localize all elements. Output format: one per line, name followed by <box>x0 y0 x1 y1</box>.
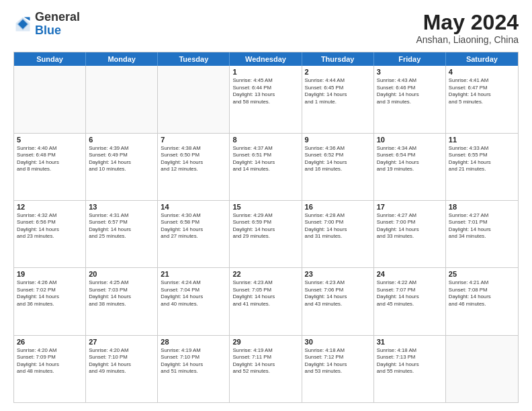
day-info: Sunrise: 4:20 AM Sunset: 7:10 PM Dayligh… <box>89 347 154 375</box>
header-day-tuesday: Tuesday <box>158 52 230 66</box>
day-info: Sunrise: 4:23 AM Sunset: 7:06 PM Dayligh… <box>305 279 371 308</box>
day-info: Sunrise: 4:38 AM Sunset: 6:50 PM Dayligh… <box>161 145 226 173</box>
calendar-cell: 11Sunrise: 4:33 AM Sunset: 6:55 PM Dayli… <box>446 134 518 200</box>
calendar-cell: 19Sunrise: 4:26 AM Sunset: 7:02 PM Dayli… <box>14 268 86 334</box>
day-number: 13 <box>89 203 154 211</box>
calendar: SundayMondayTuesdayWednesdayThursdayFrid… <box>13 52 519 403</box>
calendar-cell: 7Sunrise: 4:38 AM Sunset: 6:50 PM Daylig… <box>158 134 230 200</box>
header-day-sunday: Sunday <box>14 52 86 66</box>
logo-icon <box>13 15 32 34</box>
logo-blue: Blue <box>35 24 61 37</box>
header-day-wednesday: Wednesday <box>230 52 302 66</box>
calendar-cell: 15Sunrise: 4:29 AM Sunset: 6:59 PM Dayli… <box>230 201 302 267</box>
day-info: Sunrise: 4:29 AM Sunset: 6:59 PM Dayligh… <box>232 212 298 240</box>
calendar-cell <box>446 336 518 402</box>
day-number: 6 <box>89 136 154 144</box>
location-subtitle: Anshan, Liaoning, China <box>416 34 519 45</box>
day-number: 15 <box>232 203 298 211</box>
day-number: 11 <box>449 136 515 144</box>
day-number: 1 <box>232 68 298 76</box>
day-number: 17 <box>377 203 443 211</box>
calendar-cell: 4Sunrise: 4:41 AM Sunset: 6:47 PM Daylig… <box>446 66 518 132</box>
day-info: Sunrise: 4:36 AM Sunset: 6:52 PM Dayligh… <box>305 145 371 173</box>
day-info: Sunrise: 4:21 AM Sunset: 7:08 PM Dayligh… <box>449 279 515 308</box>
day-number: 25 <box>449 270 515 278</box>
calendar-cell: 23Sunrise: 4:23 AM Sunset: 7:06 PM Dayli… <box>302 268 374 334</box>
day-number: 8 <box>232 136 298 144</box>
day-info: Sunrise: 4:40 AM Sunset: 6:48 PM Dayligh… <box>17 145 83 173</box>
day-info: Sunrise: 4:22 AM Sunset: 7:07 PM Dayligh… <box>377 279 443 308</box>
calendar-cell: 5Sunrise: 4:40 AM Sunset: 6:48 PM Daylig… <box>14 134 86 200</box>
day-info: Sunrise: 4:31 AM Sunset: 6:57 PM Dayligh… <box>89 212 154 240</box>
logo-text: General Blue <box>35 11 80 38</box>
calendar-cell: 20Sunrise: 4:25 AM Sunset: 7:03 PM Dayli… <box>86 268 158 334</box>
day-number: 29 <box>232 338 298 346</box>
calendar-header: SundayMondayTuesdayWednesdayThursdayFrid… <box>14 52 518 66</box>
calendar-cell: 16Sunrise: 4:28 AM Sunset: 7:00 PM Dayli… <box>302 201 374 267</box>
header-day-friday: Friday <box>374 52 446 66</box>
day-info: Sunrise: 4:19 AM Sunset: 7:10 PM Dayligh… <box>161 347 226 375</box>
day-info: Sunrise: 4:25 AM Sunset: 7:03 PM Dayligh… <box>89 279 154 308</box>
day-number: 19 <box>17 270 83 278</box>
calendar-cell <box>14 66 86 132</box>
calendar-cell: 2Sunrise: 4:44 AM Sunset: 6:45 PM Daylig… <box>302 66 374 132</box>
day-info: Sunrise: 4:24 AM Sunset: 7:04 PM Dayligh… <box>161 279 226 308</box>
calendar-cell: 29Sunrise: 4:19 AM Sunset: 7:11 PM Dayli… <box>230 336 302 402</box>
day-number: 18 <box>449 203 515 211</box>
day-number: 27 <box>89 338 154 346</box>
day-number: 28 <box>161 338 226 346</box>
day-number: 20 <box>89 270 154 278</box>
day-number: 5 <box>17 136 83 144</box>
calendar-cell: 22Sunrise: 4:23 AM Sunset: 7:05 PM Dayli… <box>230 268 302 334</box>
calendar-cell: 9Sunrise: 4:36 AM Sunset: 6:52 PM Daylig… <box>302 134 374 200</box>
day-info: Sunrise: 4:18 AM Sunset: 7:13 PM Dayligh… <box>377 347 443 375</box>
day-info: Sunrise: 4:32 AM Sunset: 6:56 PM Dayligh… <box>17 212 83 240</box>
day-info: Sunrise: 4:18 AM Sunset: 7:12 PM Dayligh… <box>305 347 371 375</box>
calendar-row-3: 19Sunrise: 4:26 AM Sunset: 7:02 PM Dayli… <box>14 267 518 334</box>
calendar-cell: 14Sunrise: 4:30 AM Sunset: 6:58 PM Dayli… <box>158 201 230 267</box>
page: General Blue May 2024 Anshan, Liaoning, … <box>0 0 532 411</box>
day-number: 12 <box>17 203 83 211</box>
day-info: Sunrise: 4:30 AM Sunset: 6:58 PM Dayligh… <box>161 212 226 240</box>
day-number: 31 <box>377 338 443 346</box>
calendar-cell: 31Sunrise: 4:18 AM Sunset: 7:13 PM Dayli… <box>374 336 446 402</box>
calendar-cell: 30Sunrise: 4:18 AM Sunset: 7:12 PM Dayli… <box>302 336 374 402</box>
day-number: 30 <box>305 338 371 346</box>
calendar-cell: 26Sunrise: 4:20 AM Sunset: 7:09 PM Dayli… <box>14 336 86 402</box>
calendar-cell: 12Sunrise: 4:32 AM Sunset: 6:56 PM Dayli… <box>14 201 86 267</box>
calendar-cell: 8Sunrise: 4:37 AM Sunset: 6:51 PM Daylig… <box>230 134 302 200</box>
day-info: Sunrise: 4:27 AM Sunset: 7:01 PM Dayligh… <box>449 212 515 240</box>
calendar-row-0: 1Sunrise: 4:45 AM Sunset: 6:44 PM Daylig… <box>14 66 518 132</box>
logo-general: General <box>35 10 80 24</box>
day-number: 3 <box>377 68 443 76</box>
day-info: Sunrise: 4:43 AM Sunset: 6:46 PM Dayligh… <box>377 77 443 105</box>
day-number: 7 <box>161 136 226 144</box>
day-info: Sunrise: 4:37 AM Sunset: 6:51 PM Dayligh… <box>232 145 298 173</box>
calendar-cell <box>86 66 158 132</box>
calendar-cell: 6Sunrise: 4:39 AM Sunset: 6:49 PM Daylig… <box>86 134 158 200</box>
calendar-body: 1Sunrise: 4:45 AM Sunset: 6:44 PM Daylig… <box>14 66 518 402</box>
calendar-cell: 1Sunrise: 4:45 AM Sunset: 6:44 PM Daylig… <box>230 66 302 132</box>
logo: General Blue <box>13 11 80 38</box>
calendar-row-4: 26Sunrise: 4:20 AM Sunset: 7:09 PM Dayli… <box>14 335 518 402</box>
calendar-cell: 18Sunrise: 4:27 AM Sunset: 7:01 PM Dayli… <box>446 201 518 267</box>
day-number: 10 <box>377 136 443 144</box>
day-number: 24 <box>377 270 443 278</box>
calendar-cell: 24Sunrise: 4:22 AM Sunset: 7:07 PM Dayli… <box>374 268 446 334</box>
day-number: 16 <box>305 203 371 211</box>
calendar-cell: 10Sunrise: 4:34 AM Sunset: 6:54 PM Dayli… <box>374 134 446 200</box>
calendar-row-1: 5Sunrise: 4:40 AM Sunset: 6:48 PM Daylig… <box>14 133 518 200</box>
day-info: Sunrise: 4:28 AM Sunset: 7:00 PM Dayligh… <box>305 212 371 240</box>
calendar-cell: 21Sunrise: 4:24 AM Sunset: 7:04 PM Dayli… <box>158 268 230 334</box>
header-day-saturday: Saturday <box>446 52 518 66</box>
month-title: May 2024 <box>416 11 519 34</box>
calendar-cell <box>158 66 230 132</box>
calendar-cell: 17Sunrise: 4:27 AM Sunset: 7:00 PM Dayli… <box>374 201 446 267</box>
header-day-monday: Monday <box>86 52 158 66</box>
day-number: 26 <box>17 338 83 346</box>
title-block: May 2024 Anshan, Liaoning, China <box>416 11 519 45</box>
calendar-cell: 28Sunrise: 4:19 AM Sunset: 7:10 PM Dayli… <box>158 336 230 402</box>
header-day-thursday: Thursday <box>302 52 374 66</box>
day-info: Sunrise: 4:41 AM Sunset: 6:47 PM Dayligh… <box>449 77 515 105</box>
day-number: 14 <box>161 203 226 211</box>
